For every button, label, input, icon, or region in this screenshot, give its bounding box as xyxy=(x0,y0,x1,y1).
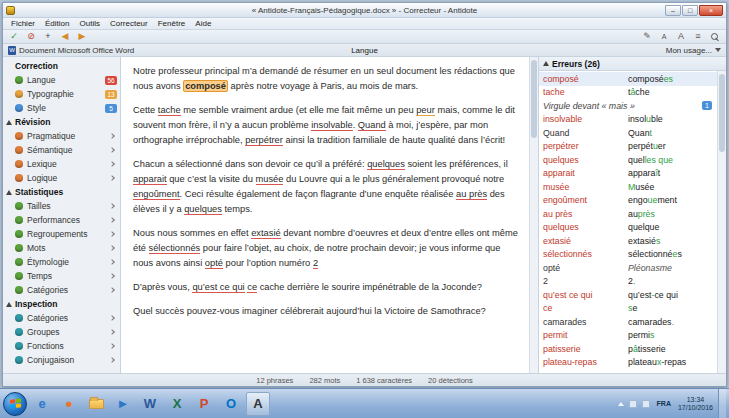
taskbar-antidote[interactable]: A xyxy=(246,392,270,416)
sidebar-item-mots[interactable]: Mots xyxy=(3,241,120,255)
ignore-icon[interactable]: ⊘ xyxy=(24,31,38,43)
minimize-button[interactable]: – xyxy=(665,5,681,16)
error-word[interactable]: peur xyxy=(416,105,435,116)
title-bar[interactable]: « Antidote-Français-Pédagogique.docx » -… xyxy=(3,3,726,18)
error-word[interactable]: musée xyxy=(256,174,284,185)
error-row[interactable]: apparaitapparaît xyxy=(539,167,717,181)
sidebar-item-categories[interactable]: Catégories xyxy=(3,311,120,325)
error-word[interactable]: qu’est ce qui xyxy=(192,282,244,293)
taskbar-explorer[interactable] xyxy=(84,392,108,416)
errors-header[interactable]: Erreurs (26) xyxy=(539,57,726,71)
error-word[interactable]: tache xyxy=(158,105,181,116)
sidebar-item-tailles[interactable]: Tailles xyxy=(3,199,120,213)
error-row[interactable]: perpétrerperpétuer xyxy=(539,140,717,154)
usage-dropdown[interactable]: Mon usage... xyxy=(666,46,721,55)
error-row[interactable]: patisseriepâtisserie xyxy=(539,342,717,356)
volume-icon[interactable] xyxy=(642,400,650,408)
taskbar-internet-explorer[interactable]: e xyxy=(30,392,54,416)
error-word[interactable]: quelques xyxy=(184,204,222,215)
hidden-icons-arrow[interactable] xyxy=(618,402,624,406)
edit-icon[interactable]: ✎ xyxy=(640,31,654,43)
error-row[interactable]: camaradescamarades. xyxy=(539,315,717,329)
sidebar-item-groupes[interactable]: Groupes xyxy=(3,325,120,339)
sidebar-item-fonctions[interactable]: Fonctions xyxy=(3,339,120,353)
error-row[interactable]: au prèsauprès xyxy=(539,207,717,221)
error-word[interactable]: engoûment xyxy=(133,189,180,200)
menu-fenetre[interactable]: Fenêtre xyxy=(153,19,191,28)
font-increase-icon[interactable]: A xyxy=(674,31,688,43)
next-detection-icon[interactable]: ▶ xyxy=(75,31,89,43)
error-word[interactable]: au près xyxy=(456,189,487,200)
sidebar-item-lexique[interactable]: Lexique xyxy=(3,157,120,171)
error-word[interactable]: ce xyxy=(247,282,257,293)
taskbar-clock[interactable]: 13:34 17/10/2016 xyxy=(678,396,713,412)
taskbar-outlook[interactable]: O xyxy=(219,392,243,416)
sidebar-item-etymologie[interactable]: Étymologie xyxy=(3,255,120,269)
taskbar-powerpoint[interactable]: P xyxy=(192,392,216,416)
errors-scrollbar-thumb[interactable] xyxy=(719,74,725,152)
font-decrease-icon[interactable]: A xyxy=(657,31,671,43)
sidebar-item-style[interactable]: Style5 xyxy=(3,101,120,115)
add-to-dictionary-icon[interactable]: + xyxy=(41,31,55,43)
approve-icon[interactable]: ✓ xyxy=(7,31,21,43)
error-row[interactable]: cese xyxy=(539,302,717,316)
sidebar-item-regroupements[interactable]: Regroupements xyxy=(3,227,120,241)
settings-icon[interactable]: ≡ xyxy=(691,31,705,43)
menu-fichier[interactable]: Fichier xyxy=(6,19,40,28)
section-correction[interactable]: Correction xyxy=(3,59,120,73)
error-row[interactable]: qu’est ce quiqu’est-ce qui xyxy=(539,288,717,302)
network-icon[interactable] xyxy=(629,400,637,408)
error-word[interactable]: extasié xyxy=(251,228,280,239)
close-button[interactable]: × xyxy=(699,5,723,16)
menu-edition[interactable]: Édition xyxy=(40,19,74,28)
error-row[interactable]: muséeMusée xyxy=(539,180,717,194)
section-statistiques[interactable]: Statistiques xyxy=(3,185,120,199)
sidebar-item-semantique[interactable]: Sémantique xyxy=(3,143,120,157)
errors-scrollbar[interactable] xyxy=(717,71,726,373)
error-row[interactable]: composécomposées xyxy=(539,72,717,86)
menu-aide[interactable]: Aide xyxy=(190,19,216,28)
error-row[interactable]: sélectionnéssélectionnées xyxy=(539,248,717,262)
start-button[interactable] xyxy=(3,392,27,416)
error-word[interactable]: quelques xyxy=(367,159,405,170)
error-row[interactable]: engoûmentengouement xyxy=(539,194,717,208)
error-row[interactable]: insolvableinsoluble xyxy=(539,113,717,127)
text-content[interactable]: Notre professeur principal m’a demandé d… xyxy=(121,57,529,373)
error-word[interactable]: apparait xyxy=(133,174,167,185)
menu-outils[interactable]: Outils xyxy=(74,19,104,28)
error-row[interactable]: extasiéextasiés xyxy=(539,234,717,248)
error-row[interactable]: quelquesquelles que xyxy=(539,153,717,167)
sidebar-item-pragmatique[interactable]: Pragmatique xyxy=(3,129,120,143)
error-word[interactable]: composé xyxy=(183,80,228,92)
error-row[interactable]: tachetâche xyxy=(539,86,717,100)
section-inspection[interactable]: Inspection xyxy=(3,297,120,311)
sidebar-item-langue[interactable]: Langue56 xyxy=(3,73,120,87)
error-row[interactable]: 22. xyxy=(539,275,717,289)
taskbar-media-player[interactable]: ► xyxy=(111,392,135,416)
section-revision[interactable]: Révision xyxy=(3,115,120,129)
error-row[interactable]: permitpermis xyxy=(539,329,717,343)
taskbar-firefox[interactable]: ● xyxy=(57,392,81,416)
maximize-button[interactable]: □ xyxy=(682,5,698,16)
error-word[interactable]: sélectionnés xyxy=(149,243,201,254)
error-word[interactable]: perpétrer xyxy=(245,135,283,146)
menu-correcteur[interactable]: Correcteur xyxy=(105,19,153,28)
show-desktop-button[interactable] xyxy=(718,389,726,418)
error-word[interactable]: insolvable xyxy=(311,120,352,131)
error-row[interactable]: optéPléonasme xyxy=(539,261,717,275)
error-row[interactable]: QuandQuant xyxy=(539,126,717,140)
taskbar-word[interactable]: W xyxy=(138,392,162,416)
sidebar-item-performances[interactable]: Performances xyxy=(3,213,120,227)
search-icon[interactable] xyxy=(708,31,722,43)
error-row[interactable]: quelquesquelque xyxy=(539,221,717,235)
previous-detection-icon[interactable]: ◀ xyxy=(58,31,72,43)
sidebar-item-logique[interactable]: Logique xyxy=(3,171,120,185)
taskbar-excel[interactable]: X xyxy=(165,392,189,416)
sidebar-item-typographie[interactable]: Typographie13 xyxy=(3,87,120,101)
document-scrollbar[interactable] xyxy=(529,57,538,373)
error-row[interactable]: plateau-repasplateaux-repas xyxy=(539,356,717,370)
error-word[interactable]: Quand xyxy=(358,120,386,131)
sidebar-item-categories[interactable]: Catégories xyxy=(3,283,120,297)
error-word[interactable]: 2 xyxy=(313,258,318,269)
error-row[interactable]: Virgule devant « mais »1 xyxy=(539,99,717,113)
